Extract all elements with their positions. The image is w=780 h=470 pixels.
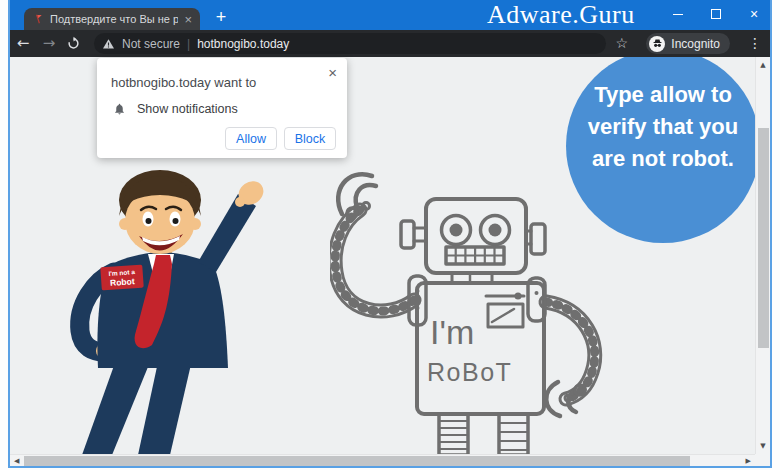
- robot-chest-text-line2: RoBoT: [427, 358, 512, 386]
- menu-dots-icon[interactable]: ⋮: [748, 30, 762, 57]
- title-bar: Подтвердите что Вы не робот × + Adware.G…: [10, 0, 770, 30]
- scroll-right-icon[interactable]: ▶: [746, 455, 751, 467]
- incognito-icon: [649, 36, 665, 52]
- new-tab-button[interactable]: +: [208, 5, 234, 29]
- bell-icon: [113, 102, 126, 116]
- back-icon[interactable]: ←: [12, 30, 34, 57]
- browser-tab[interactable]: Подтвердите что Вы не робот ×: [24, 8, 200, 30]
- maximize-button[interactable]: [704, 0, 728, 28]
- forward-icon[interactable]: →: [38, 30, 60, 57]
- scroll-down-icon[interactable]: ▼: [756, 442, 770, 450]
- incognito-badge: Incognito: [646, 33, 730, 54]
- allow-button[interactable]: Allow: [225, 127, 277, 150]
- window-close-button[interactable]: ×: [742, 0, 766, 28]
- bubble-line: Type allow to: [588, 79, 738, 111]
- badge-text-line2: Robot: [110, 276, 135, 288]
- watermark-text: Adware.Guru: [487, 0, 635, 30]
- robot-chest-text-line1: I'm: [430, 313, 474, 351]
- scroll-up-icon[interactable]: ▲: [756, 61, 770, 69]
- browser-window: Подтвердите что Вы не робот × + Adware.G…: [8, 0, 772, 468]
- scrollbar-corner: [755, 454, 770, 466]
- block-button[interactable]: Block: [284, 127, 336, 150]
- vertical-scrollbar-thumb[interactable]: [758, 128, 769, 348]
- tab-close-icon[interactable]: ×: [184, 13, 192, 26]
- tab-favicon-icon: [32, 13, 44, 25]
- cartoon-man-illustration: I'm not a Robot: [60, 155, 310, 454]
- vertical-scrollbar[interactable]: ▲ ▼: [755, 57, 770, 454]
- horizontal-scrollbar-thumb[interactable]: [24, 456, 690, 466]
- address-bar[interactable]: Not secure | hotbnogibo.today: [94, 33, 606, 54]
- browser-toolbar: ← → Not secure | hotbnogibo.today ☆: [10, 30, 770, 57]
- robot-sketch-illustration: I'm RoBoT: [330, 160, 610, 454]
- horizontal-scrollbar[interactable]: ◀ ▶: [10, 454, 755, 466]
- bubble-line: are not robot.: [588, 143, 738, 175]
- address-separator: |: [187, 37, 190, 51]
- tab-title: Подтвердите что Вы не робот: [50, 13, 178, 25]
- dialog-origin-text: hotbnogibo.today want to: [111, 75, 256, 90]
- not-secure-label: Not secure: [122, 37, 180, 51]
- url-text[interactable]: hotbnogibo.today: [197, 37, 289, 51]
- not-secure-warning-icon: [102, 38, 115, 50]
- reload-icon[interactable]: [66, 36, 81, 51]
- permission-label: Show notifications: [137, 102, 238, 116]
- minimize-button[interactable]: [666, 0, 690, 28]
- dialog-close-icon[interactable]: ×: [328, 64, 337, 81]
- incognito-label: Incognito: [671, 37, 720, 51]
- notification-permission-dialog: × hotbnogibo.today want to Show notifica…: [97, 58, 347, 158]
- scroll-left-icon[interactable]: ◀: [14, 455, 19, 467]
- bookmark-star-icon[interactable]: ☆: [615, 30, 628, 57]
- bubble-line: verify that you: [588, 111, 738, 143]
